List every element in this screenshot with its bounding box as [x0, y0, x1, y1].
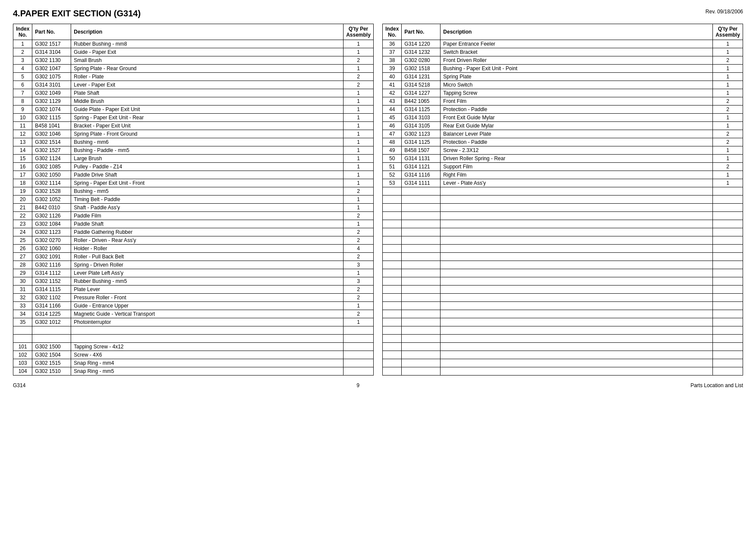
- part-cell: G302 1123: [32, 228, 71, 236]
- table-row: 18 G302 1114 Spring - Paper Exit Unit - …: [13, 179, 374, 187]
- part-cell: G314 1116: [402, 171, 440, 179]
- desc-cell: Spring - Paper Exit Unit - Front: [71, 179, 344, 187]
- index-cell: 29: [13, 269, 32, 277]
- spacer-row: [13, 326, 374, 335]
- table-row: 16 G302 1085 Pulley - Paddle - Z14 1: [13, 163, 374, 171]
- desc-cell: Small Brush: [71, 56, 344, 65]
- part-cell: B442 1065: [402, 97, 440, 106]
- right-col-desc: Description: [440, 24, 713, 40]
- index-cell: 51: [383, 163, 402, 171]
- index-cell: 38: [383, 56, 402, 65]
- desc-cell: Lever - Plate Ass'y: [440, 179, 713, 187]
- qty-cell: 1: [344, 318, 374, 326]
- index-cell: 28: [13, 261, 32, 269]
- part-cell: G314 1125: [402, 138, 440, 146]
- part-cell: G314 1225: [32, 310, 71, 318]
- empty-row: [383, 253, 743, 261]
- table-row: 28 G302 1116 Spring - Driven Roller 3: [13, 261, 374, 269]
- desc-cell: Balancer Lever Plate: [440, 130, 713, 138]
- page-header: 4.PAPER EXIT SECTION (G314) Rev. 09/18/2…: [13, 9, 743, 19]
- desc-cell: Guide Plate - Paper Exit Unit: [71, 106, 344, 114]
- empty-row: [383, 318, 743, 326]
- part-cell: G302 1047: [32, 65, 71, 73]
- index-cell: 102: [13, 351, 32, 359]
- desc-cell: Right Film: [440, 171, 713, 179]
- qty-cell: 2: [344, 236, 374, 245]
- index-cell: 10: [13, 114, 32, 122]
- qty-cell: 2: [344, 73, 374, 81]
- qty-cell: 1: [344, 114, 374, 122]
- table-row: 104 G302 1510 Snap Ring - mm5: [13, 367, 374, 376]
- desc-cell: Snap Ring - mm4: [71, 359, 344, 367]
- index-cell: 2: [13, 48, 32, 56]
- index-cell: 25: [13, 236, 32, 245]
- qty-cell: 1: [713, 146, 743, 155]
- index-cell: 22: [13, 212, 32, 220]
- qty-cell: 3: [344, 277, 374, 286]
- desc-cell: Lever Plate Left Ass'y: [71, 269, 344, 277]
- qty-cell: 1: [344, 130, 374, 138]
- qty-cell: 1: [344, 122, 374, 130]
- index-cell: 33: [13, 302, 32, 310]
- table-row: 36 G314 1220 Paper Entrance Feeler 1: [383, 40, 743, 48]
- table-row: 37 G314 1232 Switch Bracket 1: [383, 48, 743, 56]
- empty-row: [383, 261, 743, 269]
- desc-cell: Magnetic Guide - Vertical Transport: [71, 310, 344, 318]
- part-cell: G302 1518: [402, 65, 440, 73]
- desc-cell: Snap Ring - mm5: [71, 367, 344, 376]
- index-cell: 27: [13, 253, 32, 261]
- table-row: 24 G302 1123 Paddle Gathering Rubber 2: [13, 228, 374, 236]
- table-row: 14 G302 1527 Bushing - Paddle - mm5 1: [13, 146, 374, 155]
- qty-cell: 1: [344, 155, 374, 163]
- desc-cell: Front Exit Guide Mylar: [440, 114, 713, 122]
- left-col-desc: Description: [71, 24, 344, 40]
- part-cell: G302 1515: [32, 359, 71, 367]
- index-cell: 37: [383, 48, 402, 56]
- part-cell: G302 1075: [32, 73, 71, 81]
- table-row: 15 G302 1124 Large Brush 1: [13, 155, 374, 163]
- table-spacer: [374, 24, 382, 376]
- index-cell: 11: [13, 122, 32, 130]
- qty-cell: 2: [713, 97, 743, 106]
- part-cell: G314 1112: [32, 269, 71, 277]
- spacer-row: [13, 335, 374, 343]
- desc-cell: Spring Plate - Rear Ground: [71, 65, 344, 73]
- qty-cell: 1: [713, 40, 743, 48]
- part-cell: G302 1084: [32, 220, 71, 228]
- table-row: 27 G302 1091 Roller - Pull Back Belt 2: [13, 253, 374, 261]
- qty-cell: 1: [713, 65, 743, 73]
- empty-row: [383, 204, 743, 212]
- empty-row: [383, 196, 743, 204]
- desc-cell: Bushing - mm5: [71, 187, 344, 196]
- qty-cell: 1: [344, 40, 374, 48]
- desc-cell: Paper Entrance Feeler: [440, 40, 713, 48]
- table-row: 11 B458 1041 Bracket - Paper Exit Unit 1: [13, 122, 374, 130]
- desc-cell: Pulley - Paddle - Z14: [71, 163, 344, 171]
- part-cell: B458 1041: [32, 122, 71, 130]
- index-cell: 50: [383, 155, 402, 163]
- part-cell: G302 1050: [32, 171, 71, 179]
- part-cell: G302 1085: [32, 163, 71, 171]
- table-row: 45 G314 3103 Front Exit Guide Mylar 1: [383, 114, 743, 122]
- left-col-index: IndexNo.: [13, 24, 32, 40]
- index-cell: 1: [13, 40, 32, 48]
- desc-cell: Tapping Screw - 4x12: [71, 343, 344, 351]
- qty-cell: 2: [344, 253, 374, 261]
- desc-cell: Rear Exit Guide Mylar: [440, 122, 713, 130]
- desc-cell: Bushing - Paddle - mm5: [71, 146, 344, 155]
- table-row: 47 G302 1123 Balancer Lever Plate 2: [383, 130, 743, 138]
- table-row: 6 G314 3101 Lever - Paper Exit 2: [13, 81, 374, 89]
- qty-cell: 1: [344, 65, 374, 73]
- index-cell: 39: [383, 65, 402, 73]
- empty-row: [383, 326, 743, 335]
- empty-row: [383, 367, 743, 376]
- empty-row: [383, 228, 743, 236]
- index-cell: 19: [13, 187, 32, 196]
- qty-cell: 2: [713, 138, 743, 146]
- index-cell: 42: [383, 89, 402, 97]
- table-row: 19 G302 1528 Bushing - mm5 2: [13, 187, 374, 196]
- part-cell: B442 0310: [32, 204, 71, 212]
- qty-cell: 2: [344, 187, 374, 196]
- index-cell: 35: [13, 318, 32, 326]
- desc-cell: Timing Belt - Paddle: [71, 196, 344, 204]
